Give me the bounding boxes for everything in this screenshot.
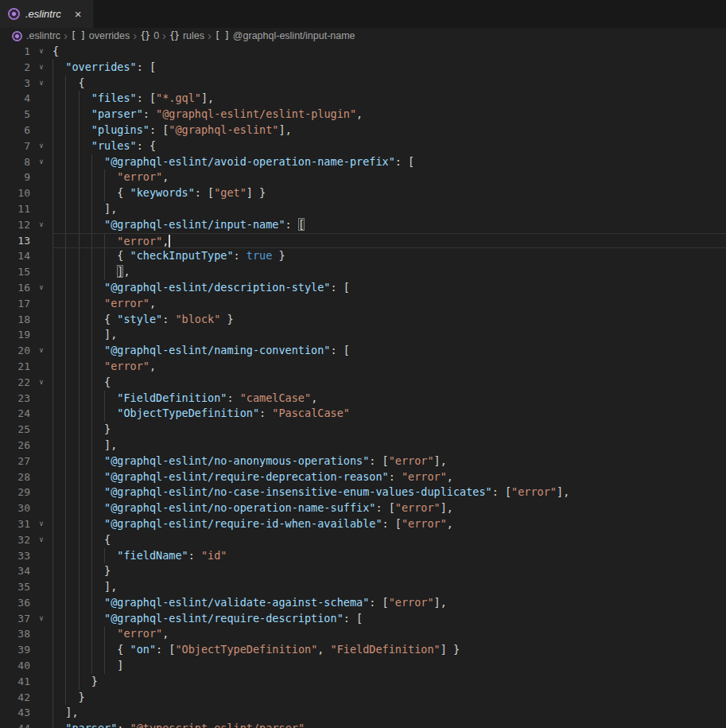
close-icon[interactable]: × xyxy=(75,8,82,20)
code-line[interactable]: 37∨ "@graphql-eslint/require-description… xyxy=(0,611,726,627)
code-line-content[interactable]: "overrides": [ xyxy=(52,60,726,76)
code-line-content[interactable]: "error", xyxy=(52,296,726,312)
code-line-content[interactable]: { "on": ["ObjectTypeDefinition", "FieldD… xyxy=(52,642,726,658)
code-line-content[interactable]: "@graphql-eslint/require-description": [ xyxy=(52,611,726,627)
code-line[interactable]: 19 ], xyxy=(0,327,726,343)
code-line-content[interactable]: ], xyxy=(52,438,726,454)
code-line[interactable]: 42 } xyxy=(0,690,726,706)
code-line[interactable]: 20∨ "@graphql-eslint/naming-convention":… xyxy=(0,343,726,359)
code-line[interactable]: 10 { "keywords": ["get"] } xyxy=(0,185,726,201)
code-line-content[interactable]: "error", xyxy=(52,233,726,249)
code-line[interactable]: 40 ] xyxy=(0,658,726,674)
code-line-content[interactable]: "error", xyxy=(52,359,726,375)
code-line-content[interactable]: "@graphql-eslint/input-name": [ xyxy=(52,217,726,233)
code-line[interactable]: 2∨ "overrides": [ xyxy=(0,60,726,76)
fold-chevron-icon[interactable]: ∨ xyxy=(30,76,52,91)
code-line[interactable]: 14 { "checkInputType": true } xyxy=(0,248,726,264)
code-line-content[interactable]: "@graphql-eslint/require-id-when-availab… xyxy=(52,516,726,532)
code-line[interactable]: 1∨{ xyxy=(0,44,726,60)
code-editor[interactable]: 1∨{2∨ "overrides": [3∨ {4 "files": ["*.g… xyxy=(0,44,726,728)
code-line-content[interactable]: "@graphql-eslint/description-style": [ xyxy=(52,280,726,296)
fold-chevron-icon[interactable]: ∨ xyxy=(30,217,52,233)
code-line-content[interactable]: "FieldDefinition": "camelCase", xyxy=(52,391,726,407)
code-line-content[interactable]: { xyxy=(52,44,726,60)
code-line-content[interactable]: "fieldName": "id" xyxy=(52,548,726,564)
code-line[interactable]: 13 "error", xyxy=(0,233,726,249)
code-line[interactable]: 17 "error", xyxy=(0,296,726,312)
code-line-content[interactable]: { xyxy=(52,375,726,391)
fold-chevron-icon[interactable]: ∨ xyxy=(30,154,52,170)
code-line-content[interactable]: ], xyxy=(52,705,726,721)
code-line-content[interactable]: } xyxy=(52,563,726,579)
code-line[interactable]: 41 } xyxy=(0,674,726,690)
code-line[interactable]: 31∨ "@graphql-eslint/require-id-when-ava… xyxy=(0,516,726,532)
code-line[interactable]: 18 { "style": "block" } xyxy=(0,312,726,328)
code-line-content[interactable]: "@graphql-eslint/no-operation-name-suffi… xyxy=(52,500,726,516)
code-line-content[interactable]: ], xyxy=(52,264,726,280)
code-line-content[interactable]: } xyxy=(52,674,726,690)
code-line-content[interactable]: { "style": "block" } xyxy=(52,312,726,328)
code-line-content[interactable]: { xyxy=(52,76,726,91)
code-line-content[interactable]: "@graphql-eslint/no-case-insensitive-enu… xyxy=(52,485,726,500)
code-line-content[interactable]: ], xyxy=(52,579,726,595)
code-line-content[interactable]: ], xyxy=(52,201,726,217)
code-line[interactable]: 26 ], xyxy=(0,438,726,454)
code-line-content[interactable]: "rules": { xyxy=(52,138,726,154)
code-line-content[interactable]: ] xyxy=(52,658,726,674)
fold-chevron-icon[interactable]: ∨ xyxy=(30,44,52,60)
code-line[interactable]: 5 "parser": "@graphql-eslint/eslint-plug… xyxy=(0,107,726,123)
code-line-content[interactable]: "files": ["*.gql"], xyxy=(52,91,726,107)
code-line[interactable]: 38 "error", xyxy=(0,626,726,642)
code-line[interactable]: 33 "fieldName": "id" xyxy=(0,548,726,564)
code-line-content[interactable]: "@graphql-eslint/naming-convention": [ xyxy=(52,343,726,359)
code-line[interactable]: 27 "@graphql-eslint/no-anonymous-operati… xyxy=(0,454,726,469)
code-line[interactable]: 11 ], xyxy=(0,201,726,217)
code-line[interactable]: 12∨ "@graphql-eslint/input-name": [ xyxy=(0,217,726,233)
code-line[interactable]: 24 "ObjectTypeDefinition": "PascalCase" xyxy=(0,406,726,422)
code-line[interactable]: 34 } xyxy=(0,563,726,579)
code-line[interactable]: 3∨ { xyxy=(0,76,726,91)
code-line[interactable]: 7∨ "rules": { xyxy=(0,138,726,154)
code-line-content[interactable]: "@graphql-eslint/avoid-operation-name-pr… xyxy=(52,154,726,170)
breadcrumb-item-rules[interactable]: {}rules xyxy=(169,30,204,41)
breadcrumb-item-0[interactable]: {}0 xyxy=(140,30,159,41)
code-line[interactable]: 16∨ "@graphql-eslint/description-style":… xyxy=(0,280,726,296)
code-line-content[interactable]: "ObjectTypeDefinition": "PascalCase" xyxy=(52,406,726,422)
code-line-content[interactable]: ], xyxy=(52,327,726,343)
code-line[interactable]: 8∨ "@graphql-eslint/avoid-operation-name… xyxy=(0,154,726,170)
breadcrumb-item-file[interactable]: .eslintrc xyxy=(12,30,60,41)
code-line-content[interactable]: "parser": "@typescript-eslint/parser" xyxy=(52,721,726,728)
tab-eslintrc[interactable]: .eslintrc × xyxy=(0,0,94,28)
code-line[interactable]: 36 "@graphql-eslint/validate-against-sch… xyxy=(0,595,726,611)
code-line-content[interactable]: "error", xyxy=(52,626,726,642)
fold-chevron-icon[interactable]: ∨ xyxy=(30,343,52,359)
code-line-content[interactable]: "@graphql-eslint/require-deprecation-rea… xyxy=(52,469,726,485)
code-line[interactable]: 29 "@graphql-eslint/no-case-insensitive-… xyxy=(0,485,726,500)
code-line[interactable]: 15 ], xyxy=(0,264,726,280)
code-line[interactable]: 44 "parser": "@typescript-eslint/parser" xyxy=(0,721,726,728)
code-line[interactable]: 43 ], xyxy=(0,705,726,721)
code-line-content[interactable]: "parser": "@graphql-eslint/eslint-plugin… xyxy=(52,107,726,123)
code-line[interactable]: 35 ], xyxy=(0,579,726,595)
breadcrumb-item-overrides[interactable]: [ ]overrides xyxy=(71,30,130,41)
fold-chevron-icon[interactable]: ∨ xyxy=(30,375,52,391)
code-line-content[interactable]: "error", xyxy=(52,169,726,185)
fold-chevron-icon[interactable]: ∨ xyxy=(30,280,52,296)
code-line-content[interactable]: "@graphql-eslint/validate-against-schema… xyxy=(52,595,726,611)
code-line[interactable]: 30 "@graphql-eslint/no-operation-name-su… xyxy=(0,500,726,516)
code-line-content[interactable]: { xyxy=(52,532,726,548)
code-line-content[interactable]: "@graphql-eslint/no-anonymous-operations… xyxy=(52,454,726,469)
fold-chevron-icon[interactable]: ∨ xyxy=(30,611,52,627)
code-line-content[interactable]: } xyxy=(52,690,726,706)
fold-chevron-icon[interactable]: ∨ xyxy=(30,516,52,532)
code-line[interactable]: 22∨ { xyxy=(0,375,726,391)
code-line-content[interactable]: { "keywords": ["get"] } xyxy=(52,185,726,201)
code-line[interactable]: 39 { "on": ["ObjectTypeDefinition", "Fie… xyxy=(0,642,726,658)
code-line[interactable]: 32∨ { xyxy=(0,532,726,548)
code-line[interactable]: 23 "FieldDefinition": "camelCase", xyxy=(0,391,726,407)
code-line-content[interactable]: { "checkInputType": true } xyxy=(52,248,726,264)
code-line[interactable]: 25 } xyxy=(0,422,726,438)
fold-chevron-icon[interactable]: ∨ xyxy=(30,60,52,76)
code-line[interactable]: 21 "error", xyxy=(0,359,726,375)
code-line[interactable]: 6 "plugins": ["@graphql-eslint"], xyxy=(0,123,726,138)
